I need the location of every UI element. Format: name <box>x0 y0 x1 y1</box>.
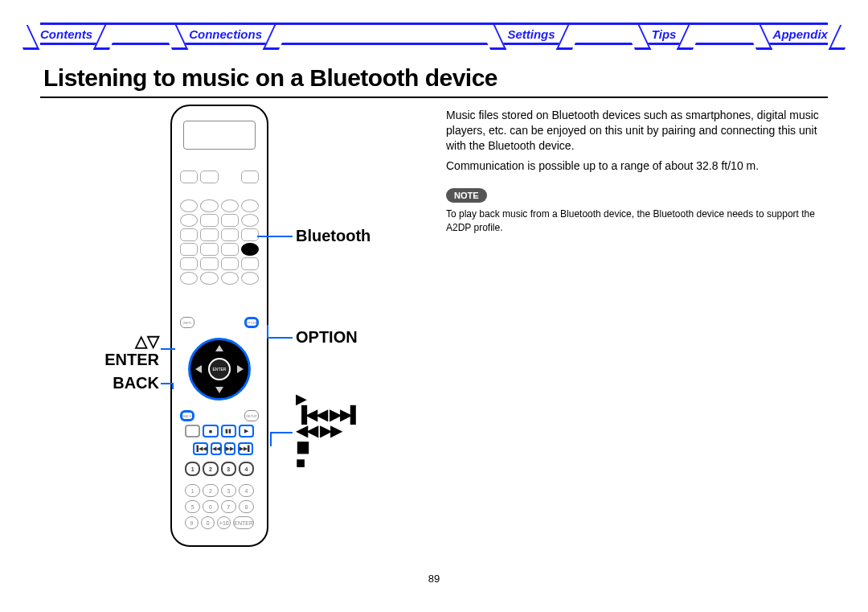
key-6: 6 <box>203 500 218 513</box>
callout-line-bluetooth <box>257 236 293 237</box>
play-button: ▶ <box>239 425 254 437</box>
keypad-row-3: 9 0 +10 ENTER <box>185 516 254 529</box>
note-badge: NOTE <box>446 188 487 203</box>
option-button: OPTION <box>244 317 259 328</box>
transport-row-2: ▐◀◀ ◀◀ ▶▶ ▶▶▌ <box>193 442 246 455</box>
bluetooth-button <box>241 243 259 256</box>
back-button: BACK <box>180 410 194 421</box>
callout-line-enter <box>161 348 175 350</box>
ff-button: ▶▶ <box>224 442 235 455</box>
smart-4: 4 <box>239 462 254 476</box>
left-arrow-icon <box>195 365 202 373</box>
remote-illustration: INFO OPTION ENTER BACK SETUP ■ ▮▮ ▶ ▐◀◀ … <box>170 105 268 547</box>
key-0: 0 <box>201 516 215 529</box>
key-plus10: +10 <box>217 516 231 529</box>
body-text: Music files stored on Bluetooth devices … <box>446 108 826 239</box>
key-1: 1 <box>185 484 200 497</box>
stop-icon: ■ <box>296 454 360 470</box>
rew-button: ◀◀ <box>211 442 222 455</box>
callout-line-option-v <box>267 325 268 338</box>
enter-button: ENTER <box>208 358 231 380</box>
remote-screen <box>183 121 256 150</box>
page-title: Listening to music on a Bluetooth device <box>43 64 497 92</box>
nav-tab-appendix[interactable]: Appendix <box>773 27 828 41</box>
key-9: 9 <box>185 516 199 529</box>
intro-paragraph-1: Music files stored on Bluetooth devices … <box>446 108 826 154</box>
dpad-ring: ENTER <box>188 338 251 400</box>
prev-button: ▐◀◀ <box>193 442 208 455</box>
transport-row-1: ■ ▮▮ ▶ <box>185 425 254 437</box>
smart-3: 3 <box>221 462 236 476</box>
setup-button: SETUP <box>244 410 259 421</box>
up-arrow-icon <box>215 345 223 351</box>
remote-top-button-grid <box>180 156 259 285</box>
callout-back: BACK <box>96 374 159 392</box>
nav-tab-connections[interactable]: Connections <box>189 27 262 41</box>
intro-paragraph-2: Communication is possible up to a range … <box>446 158 826 174</box>
smart-1: 1 <box>185 462 200 476</box>
title-rule <box>40 97 828 98</box>
key-8: 8 <box>239 500 254 513</box>
play-icon: ▶ <box>296 392 360 406</box>
key-4: 4 <box>239 484 254 497</box>
callout-option: OPTION <box>296 328 358 347</box>
callout-updown: △▽ <box>96 331 159 351</box>
callout-bluetooth: Bluetooth <box>296 227 371 245</box>
skip-icon: ▐◀◀ ▶▶▌ <box>296 406 360 422</box>
right-arrow-icon <box>237 365 244 373</box>
transport-symbol-callouts: ▶ ▐◀◀ ▶▶▌ ◀◀ ▶▶ ▮▮ ■ <box>296 392 360 470</box>
note-text: To play back music from a Bluetooth devi… <box>446 207 826 233</box>
cursor-pad: INFO OPTION ENTER BACK SETUP <box>183 331 256 407</box>
callout-line-transport-v <box>270 432 272 446</box>
home-button <box>185 425 200 437</box>
stop-button: ■ <box>203 425 218 437</box>
pause-button: ▮▮ <box>221 425 236 437</box>
nav-tab-contents[interactable]: Contents <box>40 27 92 41</box>
nav-tab-settings[interactable]: Settings <box>507 27 555 41</box>
key-7: 7 <box>221 500 236 513</box>
callout-line-back <box>161 383 172 384</box>
key-2: 2 <box>203 484 218 497</box>
key-3: 3 <box>221 484 236 497</box>
callout-enter: ENTER <box>96 351 159 369</box>
keypad-row-2: 5 6 7 8 <box>185 500 254 513</box>
key-enter: ENTER <box>233 516 254 529</box>
next-button: ▶▶▌ <box>238 442 253 455</box>
ffrw-icon: ◀◀ ▶▶ <box>296 422 360 438</box>
nav-bar: Contents Connections Playback Settings T… <box>40 23 828 45</box>
smart-select-row: 1 2 3 4 <box>185 462 254 476</box>
callout-line-back-v <box>172 383 174 389</box>
keypad-row-1: 1 2 3 4 <box>185 484 254 497</box>
callout-line-transport <box>270 432 293 433</box>
key-5: 5 <box>185 500 200 513</box>
smart-2: 2 <box>203 462 218 476</box>
callout-line-option <box>267 337 293 339</box>
info-button: INFO <box>180 317 194 328</box>
page-number: 89 <box>0 573 868 585</box>
nav-tab-tips[interactable]: Tips <box>652 27 677 41</box>
pause-icon: ▮▮ <box>296 438 360 454</box>
down-arrow-icon <box>215 387 223 393</box>
